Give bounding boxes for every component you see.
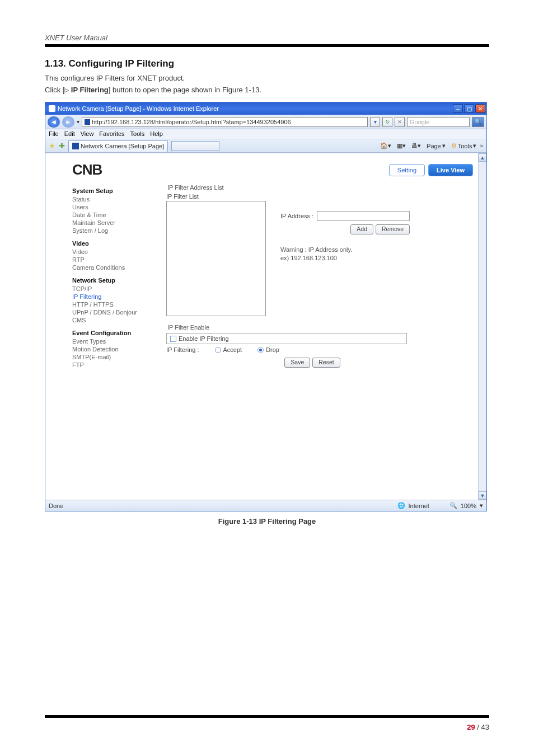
scroll-up-button[interactable]: ▲ (479, 153, 486, 162)
filter-list-label: IP Filter List (166, 193, 266, 200)
forward-button[interactable]: ► (62, 116, 74, 128)
tab-active[interactable]: Network Camera [Setup Page] (68, 140, 168, 152)
menu-view[interactable]: View (81, 130, 94, 138)
sidebar-item-systemlog[interactable]: System / Log (72, 227, 156, 234)
tab-label: Network Camera [Setup Page] (81, 143, 164, 149)
top-rule (45, 44, 489, 47)
main-pane: IP Filter Address List IP Filter List IP… (166, 184, 475, 369)
enable-label: Enable IP Filtering (179, 335, 229, 342)
sidebar-item-video[interactable]: Video (72, 248, 156, 256)
brand-logo: CNB (72, 161, 102, 179)
ip-address-label: IP Address : (280, 213, 313, 219)
status-zone: Internet (409, 503, 429, 509)
ip-filter-listbox[interactable] (166, 201, 266, 316)
group-enable: IP Filter Enable (167, 324, 475, 331)
enable-checkbox[interactable] (170, 336, 176, 342)
reset-button[interactable]: Reset (312, 358, 340, 368)
print-button[interactable]: 🖶▾ (409, 141, 423, 151)
remove-button[interactable]: Remove (376, 224, 410, 234)
tools-menu[interactable]: ⚙Tools ▾ (449, 141, 479, 151)
search-input[interactable]: Google (407, 117, 470, 127)
page-menu[interactable]: Page ▾ (424, 141, 448, 151)
intro-btn-name: IP Filtering (69, 86, 109, 94)
tools-menu-label: Tools (458, 143, 472, 149)
sidebar-head-event: Event Configuration (72, 330, 156, 336)
sidebar-item-smtp[interactable]: SMTP(E-mail) (72, 353, 156, 361)
scroll-down-button[interactable]: ▼ (479, 491, 486, 500)
intro-line-1: This configures IP Filters for XNET prod… (45, 74, 489, 82)
add-button[interactable]: Add (350, 224, 373, 234)
section-title: 1.13. Configuring IP Filtering (45, 58, 489, 69)
drop-label: Drop (266, 346, 279, 353)
sidebar-item-http[interactable]: HTTP / HTTPS (72, 300, 156, 308)
sidebar-head-video: Video (72, 240, 156, 247)
sidebar-item-maintain[interactable]: Maintain Server (72, 219, 156, 227)
status-left: Done (49, 503, 63, 509)
menu-favorites[interactable]: Favorites (99, 130, 124, 138)
sidebar-item-camera-conditions[interactable]: Camera Conditions (72, 264, 156, 271)
intro-pre: Click [ (45, 86, 64, 94)
menu-help[interactable]: Help (150, 130, 163, 138)
ie-icon (49, 105, 55, 112)
feeds-button[interactable]: ▦▾ (395, 141, 408, 151)
intro-line-2: Click [▷ IP Filtering] button to open th… (45, 86, 489, 94)
sidebar: System Setup Status Users Date & Time Ma… (72, 184, 156, 369)
stop-button[interactable]: ✕ (395, 117, 405, 127)
figure-caption: Figure 1-13 IP Filtering Page (45, 517, 489, 525)
menu-bar: File Edit View Favorites Tools Help (45, 129, 486, 139)
url-text: http://192.168.123.128/html/operator/Set… (92, 119, 291, 125)
sidebar-item-datetime[interactable]: Date & Time (72, 211, 156, 219)
sidebar-item-users[interactable]: Users (72, 203, 156, 211)
close-button[interactable]: ✕ (475, 104, 485, 113)
minimize-button[interactable]: – (453, 104, 463, 113)
group-address-list: IP Filter Address List (167, 184, 475, 191)
warning-line-2: ex) 192.168.123.100 (280, 254, 410, 262)
page-number: 29 / 43 (467, 723, 489, 731)
sidebar-item-ftp[interactable]: FTP (72, 361, 156, 369)
sidebar-head-system: System Setup (72, 187, 156, 194)
favorites-star-icon[interactable]: ★ (49, 142, 55, 150)
page-sep: / (475, 723, 481, 731)
menu-tools[interactable]: Tools (130, 130, 145, 138)
menu-file[interactable]: File (49, 130, 59, 138)
address-bar: ◄ ► ▾ http://192.168.123.128/html/operat… (45, 115, 486, 129)
search-placeholder: Google (410, 119, 429, 125)
url-dropdown[interactable]: ▾ (370, 117, 380, 127)
add-favorite-icon[interactable]: ✚ (59, 142, 65, 150)
accept-radio[interactable] (215, 347, 221, 353)
back-button[interactable]: ◄ (48, 116, 60, 128)
url-input[interactable]: http://192.168.123.128/html/operator/Set… (82, 117, 368, 127)
sidebar-item-upnp[interactable]: UPnP / DDNS / Bonjour (72, 308, 156, 316)
search-go-button[interactable]: 🔍 (472, 117, 484, 127)
drop-radio[interactable] (257, 347, 264, 353)
home-button[interactable]: 🏠▾ (378, 141, 394, 151)
window-titlebar[interactable]: Network Camera [Setup Page] - Windows In… (45, 102, 486, 115)
save-button[interactable]: Save (284, 358, 310, 368)
intro-post: ] button to open the page shown in Figur… (109, 86, 261, 94)
tab-row: ★ ✚ Network Camera [Setup Page] 🏠▾ ▦▾ 🖶▾… (45, 139, 486, 153)
ip-address-input[interactable] (317, 211, 410, 221)
warning-line-1: Warning : IP Address only. (280, 246, 410, 254)
sidebar-item-cms[interactable]: CMS (72, 316, 156, 324)
enable-box: Enable IP Filtering (166, 333, 407, 344)
page-menu-label: Page (427, 143, 441, 149)
browser-window: Network Camera [Setup Page] - Windows In… (45, 102, 487, 511)
maximize-button[interactable]: ▢ (464, 104, 474, 113)
live-view-button[interactable]: Live View (428, 164, 473, 176)
sidebar-item-ipfiltering[interactable]: IP Filtering (72, 293, 156, 300)
scrollbar[interactable]: ▲ ▼ (478, 153, 486, 500)
window-title: Network Camera [Setup Page] - Windows In… (58, 105, 219, 112)
sidebar-item-tcpip[interactable]: TCP/IP (72, 285, 156, 293)
sidebar-item-eventtypes[interactable]: Event Types (72, 337, 156, 345)
bottom-rule (45, 715, 489, 718)
page-content: ▲ ▼ CNB Setting Live View System Setup S… (45, 153, 486, 500)
setting-button[interactable]: Setting (389, 164, 425, 176)
sidebar-item-rtp[interactable]: RTP (72, 256, 156, 264)
tab-new[interactable] (171, 141, 219, 151)
status-zoom: 100% (461, 503, 476, 509)
sidebar-item-status[interactable]: Status (72, 195, 156, 203)
refresh-button[interactable]: ↻ (382, 117, 392, 127)
filter-mode-label: IP Filtering : (166, 346, 199, 353)
sidebar-item-motion[interactable]: Motion Detection (72, 345, 156, 353)
menu-edit[interactable]: Edit (64, 130, 75, 138)
